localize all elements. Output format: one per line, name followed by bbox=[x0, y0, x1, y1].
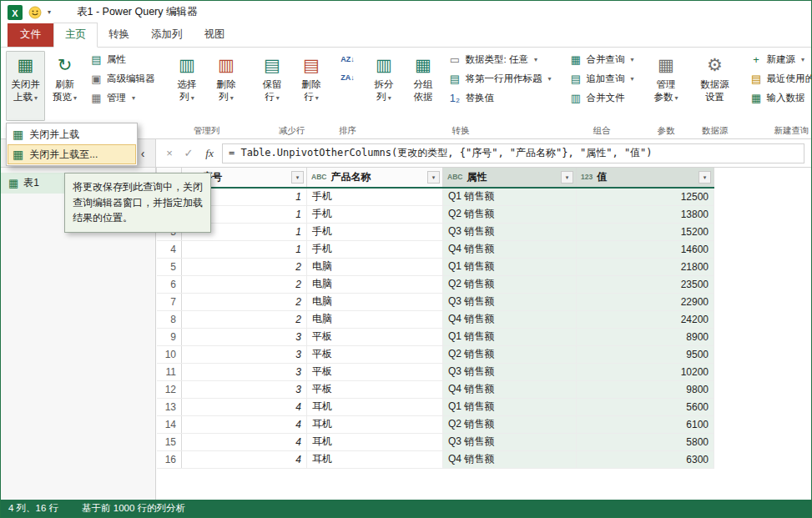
filter-button[interactable]: ▾ bbox=[561, 171, 573, 184]
choose-columns-button[interactable]: ▥ 选择 列▾ bbox=[168, 51, 207, 121]
cell[interactable]: Q2 销售额 bbox=[443, 415, 577, 433]
recent-sources-button[interactable]: ▤ 最近使用的源 ▾ bbox=[744, 70, 811, 88]
cell[interactable]: 2 bbox=[182, 310, 307, 328]
filter-button[interactable]: ▾ bbox=[699, 171, 711, 184]
manage-parameters-button[interactable]: ▦ 管理 参数▾ bbox=[647, 51, 686, 121]
new-source-button[interactable]: + 新建源 ▾ bbox=[744, 51, 811, 68]
close-and-load-button[interactable]: ▦ 关闭并 上载▾ bbox=[6, 51, 45, 121]
cell[interactable]: 10200 bbox=[577, 363, 714, 380]
cell[interactable]: Q3 销售额 bbox=[443, 293, 577, 310]
enter-data-button[interactable]: ▦ 输入数据 bbox=[744, 89, 811, 107]
advanced-editor-button[interactable]: ▣ 高级编辑器 bbox=[84, 70, 161, 88]
cell[interactable]: 平板 bbox=[307, 345, 443, 363]
replace-values-button[interactable]: 1₂ 替换值 bbox=[443, 89, 557, 107]
column-header-2[interactable]: ABC产品名称▾ bbox=[307, 168, 443, 188]
cell[interactable]: 3 bbox=[182, 363, 307, 380]
data-source-settings-button[interactable]: ⚙ 数据源 设置 bbox=[693, 51, 738, 121]
row-number[interactable]: 9 bbox=[157, 328, 182, 345]
cell[interactable]: Q2 销售额 bbox=[443, 345, 577, 363]
combine-files-button[interactable]: ▥ 合并文件 bbox=[564, 89, 640, 107]
row-number[interactable]: 6 bbox=[157, 275, 182, 293]
cell[interactable]: 6100 bbox=[577, 415, 714, 433]
cell[interactable]: 24200 bbox=[577, 310, 714, 328]
cell[interactable]: Q1 销售额 bbox=[443, 398, 577, 415]
qat-customize-icon[interactable]: ▾ bbox=[48, 8, 51, 16]
cell[interactable]: 4 bbox=[182, 398, 307, 415]
menu-item-close-and-load[interactable]: ▦ 关闭并上载 bbox=[8, 124, 136, 144]
row-number[interactable]: 8 bbox=[157, 310, 182, 328]
menu-item-close-and-load-to[interactable]: ▦ 关闭并上载至... bbox=[8, 144, 136, 164]
row-number[interactable]: 10 bbox=[157, 345, 182, 363]
smiley-feedback-icon[interactable] bbox=[28, 6, 42, 19]
cell[interactable]: 1 bbox=[182, 240, 307, 258]
cell[interactable]: 2 bbox=[182, 275, 307, 293]
formula-input[interactable]: = Table.UnpivotOtherColumns(更改的类型, {"序号"… bbox=[222, 143, 804, 163]
cell[interactable]: 4 bbox=[182, 450, 307, 468]
cell[interactable]: 5600 bbox=[577, 398, 714, 415]
cell[interactable]: Q1 销售额 bbox=[443, 188, 577, 205]
row-number[interactable]: 11 bbox=[157, 363, 182, 380]
cell[interactable]: 3 bbox=[182, 345, 307, 363]
cell[interactable]: 电脑 bbox=[307, 293, 443, 310]
cell[interactable]: Q3 销售额 bbox=[443, 363, 577, 380]
sort-descending-button[interactable]: ZA↓ bbox=[338, 69, 358, 86]
sort-ascending-button[interactable]: AZ↓ bbox=[338, 51, 358, 68]
cell[interactable]: Q4 销售额 bbox=[443, 380, 577, 398]
cell[interactable]: 电脑 bbox=[307, 275, 443, 293]
refresh-preview-button[interactable]: ↻ 刷新 预览▾ bbox=[45, 51, 84, 121]
group-by-button[interactable]: ▦ 分组 依据 bbox=[404, 51, 443, 121]
cell[interactable]: 平板 bbox=[307, 328, 443, 345]
cell[interactable]: 手机 bbox=[307, 188, 443, 205]
cell[interactable]: Q3 销售额 bbox=[443, 223, 577, 240]
cell[interactable]: 耳机 bbox=[307, 398, 443, 415]
commit-formula-button[interactable]: ✓ bbox=[180, 145, 197, 162]
keep-rows-button[interactable]: ▤ 保留 行▾ bbox=[253, 51, 292, 121]
cell[interactable]: 3 bbox=[182, 328, 307, 345]
tab-file[interactable]: 文件 bbox=[8, 23, 53, 47]
cell[interactable]: 2 bbox=[182, 258, 307, 275]
cell[interactable]: 手机 bbox=[307, 205, 443, 223]
cell[interactable]: 平板 bbox=[307, 380, 443, 398]
row-number[interactable]: 15 bbox=[157, 433, 182, 450]
row-number[interactable]: 14 bbox=[157, 415, 182, 433]
append-queries-button[interactable]: ▤ 追加查询 ▾ bbox=[564, 70, 640, 88]
manage-button[interactable]: ▦ 管理 ▾ bbox=[84, 89, 161, 107]
cell[interactable]: 2 bbox=[182, 293, 307, 310]
cell[interactable]: 电脑 bbox=[307, 310, 443, 328]
column-header-4[interactable]: 123值▾ bbox=[577, 168, 714, 188]
cell[interactable]: 4 bbox=[182, 433, 307, 450]
cell[interactable]: 9800 bbox=[577, 380, 714, 398]
cell[interactable]: 21800 bbox=[577, 258, 714, 275]
properties-button[interactable]: ▤ 属性 bbox=[84, 51, 161, 68]
cell[interactable]: 23500 bbox=[577, 275, 714, 293]
row-number[interactable]: 7 bbox=[157, 293, 182, 310]
cell[interactable]: Q4 销售额 bbox=[443, 310, 577, 328]
tab-add-column[interactable]: 添加列 bbox=[140, 23, 194, 47]
cell[interactable]: Q2 销售额 bbox=[443, 275, 577, 293]
cell[interactable]: Q3 销售额 bbox=[443, 433, 577, 450]
column-header-3[interactable]: ABC属性▾ bbox=[443, 168, 577, 188]
split-column-button[interactable]: ▥ 拆分 列▾ bbox=[365, 51, 404, 121]
cell[interactable]: Q4 销售额 bbox=[443, 450, 577, 468]
cell[interactable]: 15200 bbox=[577, 223, 714, 240]
cell[interactable]: 3 bbox=[182, 380, 307, 398]
cell[interactable]: 耳机 bbox=[307, 433, 443, 450]
tab-transform[interactable]: 转换 bbox=[98, 23, 140, 47]
row-number[interactable]: 4 bbox=[157, 240, 182, 258]
cell[interactable]: Q1 销售额 bbox=[443, 328, 577, 345]
filter-button[interactable]: ▾ bbox=[291, 171, 304, 184]
tab-home[interactable]: 主页 bbox=[53, 23, 98, 48]
cell[interactable]: 13800 bbox=[577, 205, 714, 223]
row-number[interactable]: 16 bbox=[157, 450, 182, 468]
cancel-formula-button[interactable]: × bbox=[161, 145, 178, 162]
cell[interactable]: 14600 bbox=[577, 240, 714, 258]
cell[interactable]: 5800 bbox=[577, 433, 714, 450]
row-number[interactable]: 12 bbox=[157, 380, 182, 398]
cell[interactable]: 6300 bbox=[577, 450, 714, 468]
cell[interactable]: Q1 销售额 bbox=[443, 258, 577, 275]
tab-view[interactable]: 视图 bbox=[194, 23, 236, 47]
cell[interactable]: 12500 bbox=[577, 188, 714, 205]
cell[interactable]: 手机 bbox=[307, 240, 443, 258]
row-number[interactable]: 5 bbox=[157, 258, 182, 275]
use-first-row-as-headers-button[interactable]: ▤ 将第一行用作标题 ▾ bbox=[443, 70, 557, 88]
